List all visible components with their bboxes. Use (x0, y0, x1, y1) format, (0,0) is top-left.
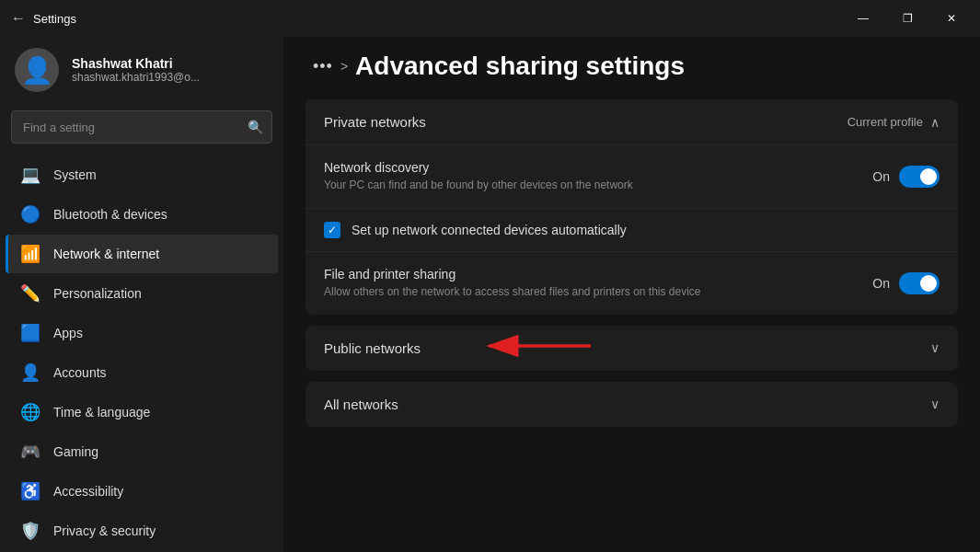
system-icon: 💻 (20, 165, 40, 185)
file-sharing-info: File and printer sharing Allow others on… (324, 267, 872, 300)
network-icon: 📶 (20, 244, 40, 264)
sidebar-item-gaming[interactable]: 🎮 Gaming (6, 432, 278, 471)
titlebar: ← Settings — ❐ ✕ (0, 0, 980, 37)
app-title: Settings (33, 12, 76, 26)
personalization-icon: ✏️ (20, 283, 40, 304)
breadcrumb-arrow: > (340, 59, 348, 74)
file-sharing-status: On (872, 276, 890, 291)
network-discovery-desc: Your PC can find and be found by other d… (324, 178, 784, 193)
sidebar-item-label: Personalization (53, 286, 142, 301)
titlebar-left: ← Settings (11, 10, 76, 27)
search-input[interactable] (11, 110, 272, 144)
profile-name: Shashwat Khatri (72, 56, 200, 71)
file-sharing-desc: Allow others on the network to access sh… (324, 284, 784, 300)
sidebar-item-accounts[interactable]: 👤 Accounts (6, 353, 278, 392)
network-discovery-toggle[interactable] (899, 166, 940, 188)
search-icon: 🔍 (248, 120, 263, 134)
current-profile-label: Current profile (847, 115, 923, 129)
accounts-icon: 👤 (20, 362, 40, 383)
network-discovery-info: Network discovery Your PC can find and b… (324, 160, 872, 193)
network-discovery-status: On (872, 169, 890, 184)
auto-connect-row[interactable]: ✓ Set up network connected devices autom… (306, 209, 958, 252)
content-header: ••• > Advanced sharing settings (283, 37, 980, 99)
public-networks-section: Public networks ∨ (306, 326, 958, 371)
minimize-button[interactable]: — (842, 5, 884, 32)
all-networks-chevron-icon: ∨ (930, 397, 940, 411)
private-networks-section: Private networks Current profile ∧ Netwo… (306, 99, 958, 315)
main-layout: 👤 Shashwat Khatri shashwat.khatri1993@o.… (0, 37, 980, 552)
chevron-up-icon: ∧ (930, 115, 940, 130)
page-title: Advanced sharing settings (355, 52, 685, 81)
sidebar-item-privacy[interactable]: 🛡️ Privacy & security (6, 512, 278, 550)
sidebar-item-label: Apps (53, 326, 83, 340)
all-networks-right: ∨ (930, 397, 940, 411)
sidebar-item-accessibility[interactable]: ♿ Accessibility (6, 472, 278, 511)
sidebar-item-label: Bluetooth & devices (53, 207, 167, 222)
back-icon[interactable]: ← (11, 10, 26, 27)
profile-area[interactable]: 👤 Shashwat Khatri shashwat.khatri1993@o.… (0, 37, 283, 107)
avatar: 👤 (15, 48, 59, 92)
auto-connect-checkbox[interactable]: ✓ (324, 222, 340, 238)
private-networks-header[interactable]: Private networks Current profile ∧ (306, 99, 958, 145)
sidebar-item-label: Time & language (53, 405, 150, 420)
public-networks-title: Public networks (324, 340, 421, 356)
privacy-icon: 🛡️ (20, 521, 40, 541)
profile-info: Shashwat Khatri shashwat.khatri1993@o... (72, 56, 200, 84)
window-controls: — ❐ ✕ (842, 5, 973, 32)
close-button[interactable]: ✕ (930, 5, 973, 32)
public-networks-header[interactable]: Public networks ∨ (306, 326, 958, 371)
sidebar-item-label: Accounts (53, 365, 107, 380)
content-area: ••• > Advanced sharing settings Private … (283, 37, 980, 552)
avatar-icon: 👤 (21, 55, 53, 86)
sidebar-item-label: Accessibility (53, 484, 123, 499)
sidebar-item-label: System (53, 167, 97, 182)
sidebar-item-system[interactable]: 💻 System (6, 155, 278, 194)
network-discovery-control: On (872, 166, 940, 188)
sidebar-item-personalization[interactable]: ✏️ Personalization (6, 274, 278, 313)
file-sharing-name: File and printer sharing (324, 267, 872, 282)
sidebar-item-network[interactable]: 📶 Network & internet (6, 235, 278, 273)
accessibility-icon: ♿ (20, 481, 40, 501)
apps-icon: 🟦 (20, 323, 40, 343)
checkmark-icon: ✓ (328, 224, 337, 236)
network-discovery-name: Network discovery (324, 160, 872, 175)
time-icon: 🌐 (20, 402, 40, 422)
sidebar-item-label: Network & internet (53, 247, 159, 261)
gaming-icon: 🎮 (20, 442, 40, 462)
sidebar-item-time[interactable]: 🌐 Time & language (6, 393, 278, 431)
maximize-button[interactable]: ❐ (886, 5, 928, 32)
public-section-right: ∨ (930, 340, 940, 355)
sidebar-nav: 💻 System 🔵 Bluetooth & devices 📶 Network… (0, 155, 283, 551)
chevron-down-icon: ∨ (930, 340, 940, 355)
section-right: Current profile ∧ (847, 115, 940, 130)
all-networks-header[interactable]: All networks ∨ (306, 382, 958, 427)
sidebar-item-label: Gaming (53, 444, 98, 459)
sidebar-item-label: Privacy & security (53, 523, 156, 538)
sidebar: 👤 Shashwat Khatri shashwat.khatri1993@o.… (0, 37, 283, 552)
auto-connect-label: Set up network connected devices automat… (352, 223, 627, 237)
file-sharing-row: File and printer sharing Allow others on… (306, 252, 958, 315)
profile-email: shashwat.khatri1993@o... (72, 71, 200, 84)
breadcrumb-dots[interactable]: ••• (313, 57, 333, 76)
file-sharing-toggle[interactable] (899, 272, 940, 294)
search-container: 🔍 (11, 110, 272, 144)
sidebar-item-bluetooth[interactable]: 🔵 Bluetooth & devices (6, 195, 278, 234)
network-discovery-row: Network discovery Your PC can find and b… (306, 145, 958, 209)
all-networks-title: All networks (324, 397, 398, 412)
private-networks-title: Private networks (324, 114, 426, 130)
file-sharing-control: On (872, 272, 940, 294)
sidebar-item-apps[interactable]: 🟦 Apps (6, 314, 278, 352)
all-networks-section: All networks ∨ (306, 382, 958, 427)
bluetooth-icon: 🔵 (20, 204, 40, 224)
